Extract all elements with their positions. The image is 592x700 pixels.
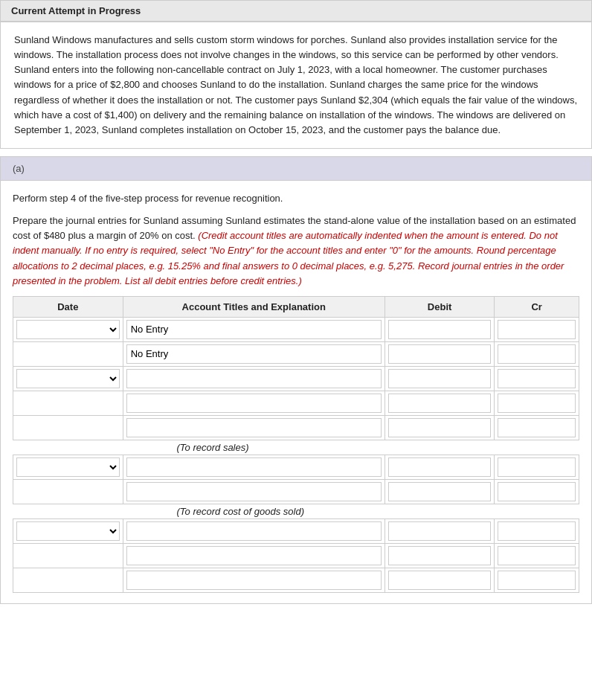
debit-cell-1b xyxy=(385,341,495,366)
table-row xyxy=(13,415,579,440)
date-select-1[interactable]: July 1 Sep. 1 Oct. 15 xyxy=(16,320,120,339)
account-input-2c[interactable] xyxy=(126,418,382,437)
account-input-4c[interactable] xyxy=(126,571,382,590)
note-row-cogs: (To record cost of goods sold) xyxy=(13,504,579,518)
credit-input-2c[interactable] xyxy=(498,418,576,437)
account-input-2a[interactable] xyxy=(126,369,382,388)
credit-cell-2c xyxy=(495,415,579,440)
note-sales-text: (To record sales) xyxy=(13,440,579,455)
date-cell-2: July 1 Sep. 1 Oct. 15 xyxy=(13,366,123,391)
table-row: July 1 Sep. 1 Oct. 15 xyxy=(13,455,579,479)
debit-cell-4c xyxy=(385,568,495,592)
account-input-4a[interactable] xyxy=(126,521,382,541)
credit-cell-4c xyxy=(495,568,579,592)
date-cell-3: July 1 Sep. 1 Oct. 15 xyxy=(13,455,123,479)
credit-cell-3b xyxy=(495,479,579,504)
section-a-header: (a) xyxy=(1,157,591,181)
credit-input-2a[interactable] xyxy=(498,369,576,388)
table-row: July 1 Sep. 1 Oct. 15 xyxy=(13,317,579,341)
credit-cell-2b xyxy=(495,391,579,415)
credit-input-4c[interactable] xyxy=(498,571,576,590)
debit-cell-3b xyxy=(385,479,495,504)
current-attempt-header: Current Attempt in Progress xyxy=(0,0,592,22)
date-cell-2b xyxy=(13,391,123,415)
account-cell-4a xyxy=(123,518,385,543)
debit-input-2a[interactable] xyxy=(388,369,492,388)
instruction1: Perform step 4 of the five-step process … xyxy=(13,191,579,206)
journal-table: Date Account Titles and Explanation Debi… xyxy=(13,296,579,593)
credit-input-1[interactable] xyxy=(498,320,576,339)
account-input-2b[interactable] xyxy=(126,394,382,413)
date-select-4[interactable]: July 1 Sep. 1 Oct. 15 xyxy=(16,521,120,541)
debit-input-2c[interactable] xyxy=(388,418,492,437)
debit-cell-3a xyxy=(385,455,495,479)
credit-cell-1b xyxy=(495,341,579,366)
debit-cell-2a xyxy=(385,366,495,391)
debit-input-4a[interactable] xyxy=(388,521,492,541)
date-cell-4: July 1 Sep. 1 Oct. 15 xyxy=(13,518,123,543)
table-row xyxy=(13,479,579,504)
account-input-4b[interactable] xyxy=(126,546,382,565)
problem-box: Sunland Windows manufactures and sells c… xyxy=(0,22,592,149)
date-cell-2c xyxy=(13,415,123,440)
debit-cell-4a xyxy=(385,518,495,543)
debit-input-3a[interactable] xyxy=(388,457,492,477)
table-row: July 1 Sep. 1 Oct. 15 xyxy=(13,518,579,543)
account-cell-2b xyxy=(123,391,385,415)
account-cell-4c xyxy=(123,568,385,592)
credit-input-3a[interactable] xyxy=(498,457,576,477)
col-header-debit: Debit xyxy=(385,296,495,317)
credit-input-3b[interactable] xyxy=(498,482,576,501)
account-input-3b[interactable] xyxy=(126,482,382,501)
section-a: (a) Perform step 4 of the five-step proc… xyxy=(0,156,592,604)
debit-cell-1 xyxy=(385,317,495,341)
date-select-2[interactable]: July 1 Sep. 1 Oct. 15 xyxy=(16,369,120,388)
date-cell-1: July 1 Sep. 1 Oct. 15 xyxy=(13,317,123,341)
credit-cell-4b xyxy=(495,543,579,568)
credit-cell-2a xyxy=(495,366,579,391)
debit-input-4b[interactable] xyxy=(388,546,492,565)
table-row xyxy=(13,568,579,592)
debit-cell-2c xyxy=(385,415,495,440)
account-input-1[interactable] xyxy=(126,320,382,339)
col-header-credit: Cr xyxy=(495,296,579,317)
col-header-date: Date xyxy=(13,296,123,317)
debit-input-3b[interactable] xyxy=(388,482,492,501)
account-cell-3a xyxy=(123,455,385,479)
account-input-1b[interactable] xyxy=(126,344,382,364)
account-cell-2c xyxy=(123,415,385,440)
account-cell-1b xyxy=(123,341,385,366)
debit-input-2b[interactable] xyxy=(388,394,492,413)
debit-input-1b[interactable] xyxy=(388,344,492,364)
account-cell-4b xyxy=(123,543,385,568)
credit-input-4b[interactable] xyxy=(498,546,576,565)
debit-cell-2b xyxy=(385,391,495,415)
account-input-3a[interactable] xyxy=(126,457,382,477)
table-row xyxy=(13,391,579,415)
account-cell-3b xyxy=(123,479,385,504)
account-cell-1 xyxy=(123,317,385,341)
credit-input-1b[interactable] xyxy=(498,344,576,364)
date-cell-1b xyxy=(13,341,123,366)
credit-input-2b[interactable] xyxy=(498,394,576,413)
table-row xyxy=(13,543,579,568)
date-cell-3b xyxy=(13,479,123,504)
credit-cell-3a xyxy=(495,455,579,479)
debit-input-4c[interactable] xyxy=(388,571,492,590)
instruction2: Prepare the journal entries for Sunland … xyxy=(13,213,579,289)
credit-cell-1 xyxy=(495,317,579,341)
col-header-account: Account Titles and Explanation xyxy=(123,296,385,317)
table-row xyxy=(13,341,579,366)
date-cell-4b xyxy=(13,543,123,568)
credit-cell-4a xyxy=(495,518,579,543)
debit-input-1[interactable] xyxy=(388,320,492,339)
credit-input-4a[interactable] xyxy=(498,521,576,541)
note-row-sales: (To record sales) xyxy=(13,440,579,455)
debit-cell-4b xyxy=(385,543,495,568)
account-cell-2a xyxy=(123,366,385,391)
section-a-body: Perform step 4 of the five-step process … xyxy=(1,181,591,603)
table-row: July 1 Sep. 1 Oct. 15 xyxy=(13,366,579,391)
note-cogs-text: (To record cost of goods sold) xyxy=(13,504,579,518)
date-cell-4c xyxy=(13,568,123,592)
date-select-3[interactable]: July 1 Sep. 1 Oct. 15 xyxy=(16,457,120,477)
